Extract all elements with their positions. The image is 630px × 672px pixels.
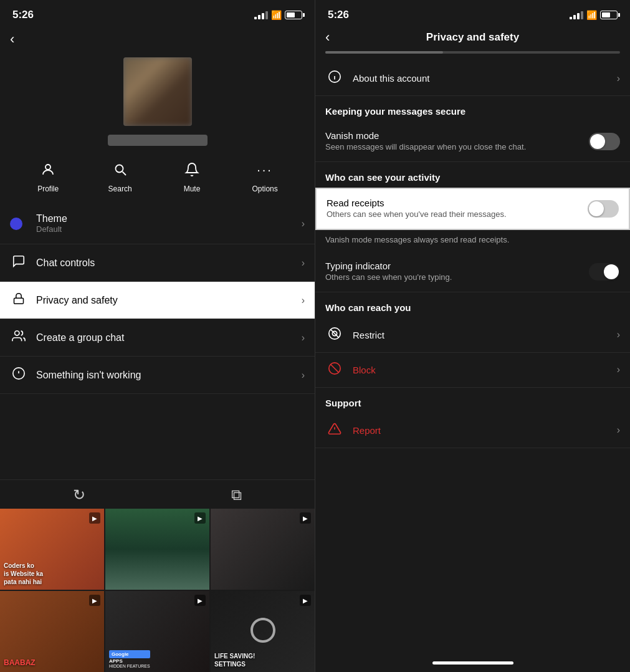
svg-rect-3 (14, 298, 24, 304)
progress-bar (325, 51, 620, 54)
chat-controls-label: Chat controls (36, 257, 302, 269)
play-icon-1: ▶ (89, 512, 100, 524)
media-item-1[interactable]: ▶ Coders kois Website kapata nahi hai (0, 509, 104, 590)
media-item-3[interactable]: ▶ (211, 509, 315, 590)
right-status-icons: 📶 (570, 10, 618, 20)
profile-action-options[interactable]: ··· Options (252, 158, 277, 193)
about-account-chevron: › (617, 73, 620, 84)
vanish-mode-sub: Seen messages will disappear when you cl… (325, 142, 589, 153)
left-back-button[interactable]: ‹ (10, 31, 30, 47)
profile-action-mute[interactable]: Mute (181, 158, 203, 193)
typing-indicator-content: Typing indicator Others can see when you… (325, 261, 589, 283)
theme-label: Theme (36, 213, 302, 224)
media-item-5[interactable]: ▶ Google APPS HIDDEN FEATURES (105, 591, 209, 672)
right-time: 5:26 (328, 9, 349, 21)
media-item-2[interactable]: ▶ (105, 509, 209, 590)
svg-line-12 (331, 329, 339, 337)
right-header: ‹ Privacy and safety (315, 26, 630, 51)
section-header-support: Support (315, 388, 630, 413)
profile-action-label: Profile (37, 185, 59, 193)
options-action-label: Options (252, 185, 277, 193)
settings-list: About this account › Keeping your messag… (315, 61, 630, 653)
settings-item-read-receipts[interactable]: Read receipts Others can see when you've… (315, 188, 630, 230)
search-icon (109, 158, 131, 181)
section-header-activity: Who can see your activity (315, 162, 630, 188)
svg-point-0 (45, 165, 50, 170)
signal-icon (254, 11, 268, 19)
section-header-reach: Who can reach you (315, 292, 630, 318)
theme-icon (10, 218, 27, 230)
left-menu-list: Theme Default › Chat controls › Pr (0, 203, 315, 479)
wifi-icon: 📶 (271, 10, 282, 20)
mute-action-label: Mute (184, 185, 201, 193)
settings-item-restrict[interactable]: Restrict › (315, 318, 630, 353)
settings-item-typing-indicator[interactable]: Typing indicator Others can see when you… (315, 252, 630, 292)
profile-actions: Profile Search Mute ··· Options (0, 153, 315, 203)
copy-tab[interactable]: ⧉ (231, 486, 242, 504)
right-panel: 5:26 📶 ‹ Privacy and safety (315, 0, 630, 672)
right-back-button[interactable]: ‹ (325, 29, 330, 46)
info-icon (325, 70, 344, 87)
media-text-6: LIFE SAVING!SETTINGS (214, 652, 255, 668)
settings-item-about-account[interactable]: About this account › (315, 61, 630, 96)
theme-sub: Default (36, 224, 302, 234)
media-text-1: Coders kois Website kapata nahi hai (4, 562, 43, 586)
media-text-4: BAABAZ (4, 658, 36, 668)
menu-item-privacy-safety[interactable]: Privacy and safety › (0, 282, 315, 319)
menu-item-create-group[interactable]: Create a group chat › (0, 319, 315, 357)
svg-point-4 (15, 331, 19, 335)
profile-section (0, 47, 315, 153)
vanish-mode-title: Vanish mode (325, 130, 589, 141)
vanish-mode-toggle[interactable] (589, 133, 620, 150)
block-content: Block (353, 365, 617, 375)
menu-item-theme[interactable]: Theme Default › (0, 203, 315, 244)
home-indicator (315, 653, 630, 672)
refresh-tab[interactable]: ↻ (73, 486, 85, 504)
right-title: Privacy and safety (426, 31, 519, 44)
username-placeholder (108, 135, 208, 146)
menu-item-chat-controls[interactable]: Chat controls › (0, 244, 315, 282)
restrict-title: Restrict (353, 330, 617, 340)
profile-icon (37, 158, 59, 181)
restrict-content: Restrict (353, 330, 617, 340)
play-icon-4: ▶ (89, 595, 100, 606)
read-receipts-toggle[interactable] (588, 200, 619, 218)
read-receipts-content: Read receipts Others can see when you've… (327, 198, 588, 220)
settings-item-vanish-mode[interactable]: Vanish mode Seen messages will disappear… (315, 122, 630, 162)
profile-action-profile[interactable]: Profile (37, 158, 59, 193)
typing-indicator-toggle[interactable] (589, 263, 620, 281)
typing-indicator-sub: Others can see when you're typing. (325, 272, 589, 283)
svg-line-2 (122, 172, 126, 176)
privacy-icon (10, 292, 27, 309)
about-account-title: About this account (353, 73, 617, 84)
block-chevron: › (617, 364, 620, 375)
play-icon-6: ▶ (300, 595, 311, 606)
mute-icon (181, 158, 203, 181)
media-item-6[interactable]: ▶ LIFE SAVING!SETTINGS (211, 591, 315, 672)
play-icon-5: ▶ (194, 595, 206, 606)
left-status-bar: 5:26 📶 (0, 0, 315, 26)
menu-item-something-wrong[interactable]: Something isn't working › (0, 357, 315, 394)
report-chevron: › (617, 425, 620, 436)
restrict-chevron: › (617, 329, 620, 340)
options-icon: ··· (254, 158, 276, 181)
create-group-chevron: › (302, 332, 305, 343)
left-header: ‹ (0, 26, 315, 47)
vanish-note: Vanish mode messages always send read re… (315, 230, 630, 252)
media-item-4[interactable]: ▶ BAABAZ (0, 591, 104, 672)
read-receipts-sub: Others can see when you've read their me… (327, 209, 588, 220)
create-group-icon (10, 329, 27, 346)
typing-indicator-thumb (604, 264, 619, 279)
typing-indicator-title: Typing indicator (325, 261, 589, 271)
about-account-content: About this account (353, 73, 617, 84)
read-receipts-thumb (589, 201, 604, 216)
settings-item-block[interactable]: Block › (315, 353, 630, 388)
progress-bar-container (315, 51, 630, 61)
create-group-label: Create a group chat (36, 332, 302, 343)
settings-item-report[interactable]: Report › (315, 413, 630, 448)
media-grid: ▶ Coders kois Website kapata nahi hai ▶ … (0, 509, 315, 672)
vanish-mode-thumb (590, 134, 605, 149)
profile-action-search[interactable]: Search (108, 158, 132, 193)
battery-icon (285, 11, 302, 19)
something-wrong-icon (10, 367, 27, 383)
